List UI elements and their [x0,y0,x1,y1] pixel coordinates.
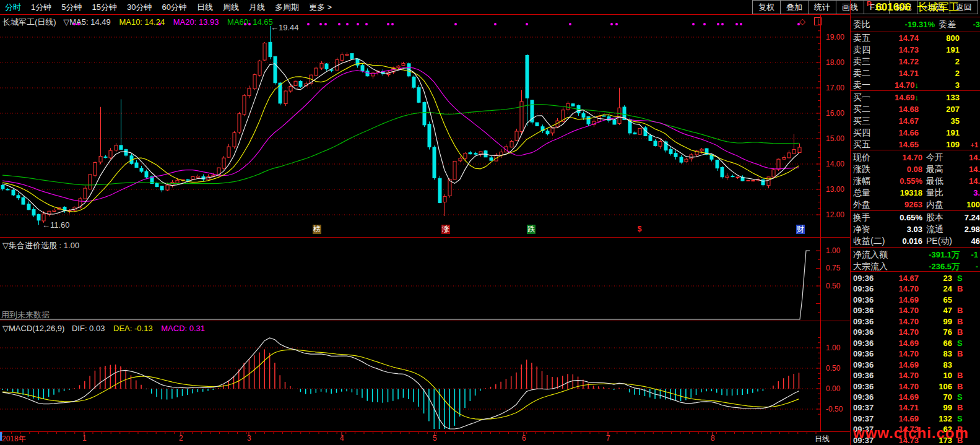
tape-row[interactable]: 09:3714.7199B [851,402,980,413]
stock-picker-indicator-panel[interactable] [0,238,821,321]
field-value: 14. [952,165,980,174]
main-y-13.00: 13.00 [826,185,844,194]
tape-row[interactable]: 09:3714.69132S [851,413,980,424]
tape-row[interactable]: 09:3614.6970S [851,392,980,402]
candlestick-chart[interactable] [0,15,821,237]
month-8[interactable]: 8 [711,434,715,443]
tape-row[interactable]: 09:3614.7047B [851,305,980,316]
period-60分钟[interactable]: 60分钟 [157,2,191,13]
field-value: 14. [952,176,980,186]
month-2[interactable]: 2 [179,434,183,443]
tape-row[interactable]: 09:3614.70106B [851,381,980,392]
badge-涨[interactable]: 涨 [441,225,450,234]
main-y-17.00: 17.00 [826,84,844,92]
tape-row[interactable]: 09:3614.7010B [851,370,980,381]
period-1分钟[interactable]: 1分钟 [26,2,56,13]
field-label: 量比 [922,188,952,199]
tape-time: 09:36 [853,306,882,315]
tape-row[interactable]: 09:3614.6966S [851,338,980,348]
month-1[interactable]: 1 [82,434,87,443]
weibi-label: 委比 [853,19,882,30]
ask-row-卖五[interactable]: 卖五14.74800 [851,32,980,44]
period-分时[interactable]: 分时 [0,2,26,13]
tool-叠加[interactable]: 叠加 [780,0,809,14]
period-menu-bar: 分时1分钟5分钟15分钟30分钟60分钟日线周线月线多周期更多 > [0,0,841,14]
field-label: 总量 [853,188,889,199]
quote-row-涨跌: 涨跌0.08最高14. [851,163,980,175]
month-3[interactable]: 3 [247,434,251,443]
low-annotation: ←11.60 [42,220,70,230]
tape-side: B [952,382,968,391]
ask-row-卖一[interactable]: 卖一14.70↓3 [851,79,980,91]
level-volume: 800 [919,33,960,43]
field-value: 0.55% [889,176,922,186]
high-annotation: ←19.44 [271,23,299,32]
tape-row[interactable]: 09:3614.6723S [851,273,980,283]
period-5分钟[interactable]: 5分钟 [56,2,87,13]
level-volume: 207 [919,105,960,114]
tape-time: 09:36 [853,317,882,326]
tape-price: 14.69 [882,295,919,305]
bid-row-买二[interactable]: 买二14.68207 [851,103,980,115]
month-5[interactable]: 5 [433,434,437,443]
panel2-title[interactable]: ▽集合进价选股 : 1.00 [2,240,79,251]
ask-row-卖二[interactable]: 卖二14.712 [851,67,980,79]
year-label: 2018年 [2,434,26,444]
ask-row-卖四[interactable]: 卖四14.73191 [851,44,980,56]
flow-row-净流入额: 净流入额-391.1万-1 [851,249,980,261]
bid-row-买五[interactable]: 买五14.65109+1 [851,139,980,150]
field-value: 3.03 [889,225,922,234]
tape-price: 14.70 [882,371,919,380]
tape-row[interactable]: 09:3614.7024B [851,283,980,294]
tape-price: 14.71 [882,403,919,412]
month-6[interactable]: 6 [522,434,526,443]
tape-time: 09:36 [853,371,882,380]
badge-跌[interactable]: 跌 [527,225,536,234]
period-30分钟[interactable]: 30分钟 [122,2,157,13]
quote-panel: 委比 -19.31% 委差 -3 卖五14.74800卖四14.73191卖三1… [851,0,980,445]
bid-row-买一[interactable]: 买一14.69↓133 [851,92,980,103]
badge-财[interactable]: 财 [796,225,805,234]
tape-row[interactable]: 09:3614.6965 [851,295,980,305]
field-label: 今开 [922,152,952,163]
bid-row-买四[interactable]: 买四14.66191 [851,127,980,139]
tape-volume: 76 [919,327,952,337]
field-value: 2.98 [952,225,980,234]
macd-title-row[interactable]: ▽MACD(12,26,9) DIF: 0.03 DEA: -0.13 MACD… [2,324,205,333]
period-日线[interactable]: 日线 [192,2,218,13]
tape-row[interactable]: 09:3614.7083B [851,348,980,359]
weicha-label: 委差 [935,19,961,30]
level-price: 14.71 [878,69,919,78]
level-volume: 191 [919,128,960,137]
tape-row[interactable]: 09:3614.7076B [851,327,980,337]
tape-volume: 99 [919,403,952,412]
tape-side: S [952,339,968,348]
field-label: 最低 [922,176,952,187]
watermark: www.cfchi.com [853,425,969,442]
tool-统计[interactable]: 统计 [808,0,836,14]
period-15分钟[interactable]: 15分钟 [87,2,121,13]
level-volume: 2 [919,57,960,66]
month-4[interactable]: 4 [340,434,344,443]
period-更多 >[interactable]: 更多 > [304,2,337,13]
field-label: 股本 [922,212,952,223]
scroll-anchor [0,432,2,441]
tape-row[interactable]: 09:3614.7099B [851,316,980,327]
dea-value: DEA: -0.13 [113,324,153,333]
macd-panel[interactable] [0,322,821,431]
period-多周期[interactable]: 多周期 [270,2,304,13]
bid-row-买三[interactable]: 买三14.6735 [851,115,980,127]
field-label: PE(动) [922,236,952,247]
flow-extra: - [960,262,978,271]
ask-row-卖三[interactable]: 卖三14.722 [851,56,980,67]
period-月线[interactable]: 月线 [244,2,270,13]
level-label: 买二 [853,104,878,115]
month-7[interactable]: 7 [606,434,610,443]
diamond-drawing-icon[interactable]: ◇ [799,17,805,26]
badge-榜[interactable]: 榜 [313,225,321,234]
tape-row[interactable]: 09:3614.6983 [851,360,980,370]
badge-$[interactable]: $ [635,225,644,234]
field-value: 0.08 [889,165,922,174]
tool-复权[interactable]: 复权 [752,0,781,14]
period-周线[interactable]: 周线 [218,2,244,13]
